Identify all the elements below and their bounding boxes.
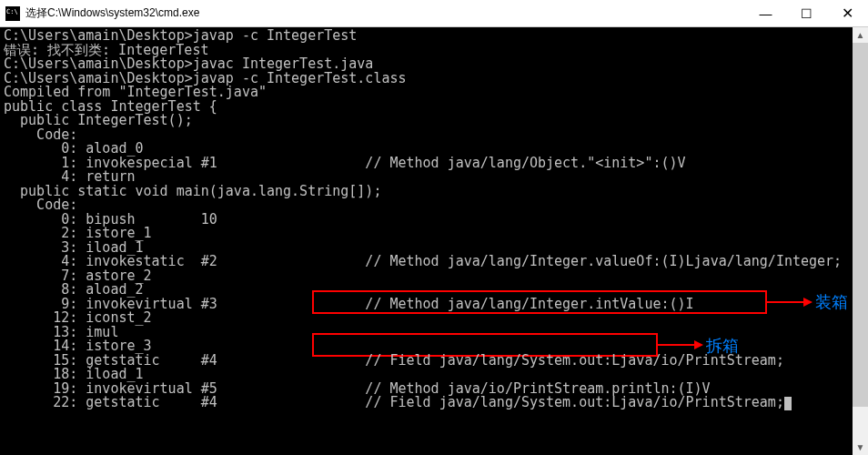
maximize-button[interactable]: ☐	[786, 0, 827, 27]
close-button[interactable]: ✕	[827, 0, 868, 27]
annotation-unboxing: 拆箱	[706, 335, 739, 357]
terminal-line: 12: iconst_2	[4, 311, 864, 326]
svg-marker-1	[803, 298, 812, 307]
terminal-area[interactable]: C:\Users\amain\Desktop>javap -c IntegerT…	[0, 27, 868, 455]
terminal-line: public IntegerTest();	[4, 114, 864, 128]
arrow-icon	[767, 295, 812, 309]
terminal-line: public static void main(java.lang.String…	[4, 185, 864, 199]
scrollbar-down-icon[interactable]: ▼	[853, 440, 868, 455]
cmd-icon	[5, 6, 20, 21]
cursor-icon	[784, 397, 792, 410]
annotation-boxing: 装箱	[815, 291, 848, 313]
titlebar-left: 选择C:\Windows\system32\cmd.exe	[0, 5, 199, 21]
terminal-text: 22: getstatic #4 // Field java/lang/Syst…	[4, 394, 784, 410]
minimize-button[interactable]: —	[745, 0, 786, 27]
arrow-icon	[658, 338, 703, 352]
terminal-line: 22: getstatic #4 // Field java/lang/Syst…	[4, 396, 864, 410]
titlebar-buttons: — ☐ ✕	[745, 0, 868, 27]
window-titlebar: 选择C:\Windows\system32\cmd.exe — ☐ ✕	[0, 0, 868, 27]
svg-marker-3	[694, 340, 703, 349]
window-title: 选择C:\Windows\system32\cmd.exe	[25, 5, 199, 21]
